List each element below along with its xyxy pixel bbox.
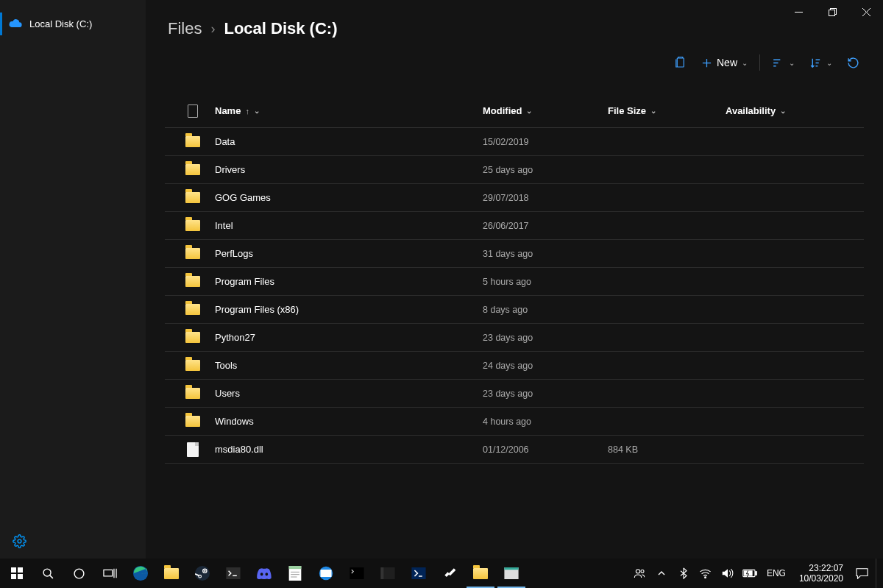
taskbar-app-code[interactable] — [372, 559, 403, 588]
document-icon — [188, 105, 198, 118]
group-button[interactable]: ⌄ — [806, 54, 835, 72]
chevron-down-icon: ⌄ — [650, 107, 656, 115]
show-desktop-button[interactable] — [876, 559, 880, 588]
table-row[interactable]: Data15/02/2019 — [165, 128, 864, 156]
row-name: Data — [215, 136, 483, 147]
breadcrumb-root[interactable]: Files — [168, 19, 202, 38]
row-name: Drivers — [215, 164, 483, 175]
taskbar-app-discord[interactable] — [249, 559, 280, 588]
tray-date: 10/03/2020 — [799, 573, 843, 584]
table-row[interactable]: GOG Games29/07/2018 — [165, 184, 864, 212]
people-icon[interactable] — [631, 559, 648, 588]
taskbar-app-notepad[interactable] — [280, 559, 311, 588]
column-availability[interactable]: Availability ⌄ — [726, 105, 858, 116]
new-button[interactable]: New ⌄ — [698, 54, 751, 71]
taskbar-app-explorer[interactable] — [156, 559, 187, 588]
taskbar: ENG 23:22:07 10/03/2020 — [0, 559, 883, 588]
tray-bluetooth-icon[interactable] — [675, 559, 692, 588]
task-view-button[interactable] — [94, 559, 125, 588]
taskbar-app-devtools[interactable] — [434, 559, 465, 588]
folder-icon — [185, 276, 200, 287]
search-button[interactable] — [32, 559, 63, 588]
table-row[interactable]: Program Files5 hours ago — [165, 268, 864, 296]
column-name[interactable]: Name ↑ ⌄ — [215, 105, 483, 116]
svg-rect-20 — [321, 570, 332, 577]
svg-point-9 — [74, 569, 84, 578]
settings-button[interactable] — [4, 526, 34, 556]
table-row[interactable]: Drivers25 days ago — [165, 156, 864, 184]
system-tray: ENG 23:22:07 10/03/2020 — [631, 559, 882, 588]
row-name: msdia80.dll — [215, 444, 483, 455]
row-modified: 5 hours ago — [483, 277, 608, 287]
start-button[interactable] — [1, 559, 32, 588]
svg-point-28 — [641, 570, 644, 573]
chevron-right-icon: › — [210, 21, 215, 37]
action-center-button[interactable] — [854, 559, 870, 588]
row-modified: 29/07/2018 — [483, 193, 608, 203]
svg-rect-26 — [504, 567, 518, 570]
row-modified: 01/12/2006 — [483, 444, 608, 455]
table-row[interactable]: Python2723 days ago — [165, 324, 864, 352]
table-row[interactable]: Users23 days ago — [165, 380, 864, 408]
table-row[interactable]: msdia80.dll01/12/2006884 KB — [165, 436, 864, 464]
svg-point-14 — [204, 570, 206, 572]
tray-clock[interactable]: 23:22:07 10/03/2020 — [795, 563, 848, 584]
close-button[interactable] — [849, 0, 883, 24]
column-type[interactable] — [171, 105, 215, 118]
app-window: Local Disk (C:) Files › Local Disk (C:) — [0, 0, 883, 559]
taskbar-app-terminal[interactable] — [218, 559, 249, 588]
content-area: Files › Local Disk (C:) New ⌄ ⌄ — [146, 0, 883, 559]
taskbar-app-powershell[interactable] — [403, 559, 434, 588]
folder-icon — [185, 332, 200, 343]
svg-rect-4 — [11, 567, 16, 573]
sidebar-footer — [0, 523, 146, 559]
folder-icon — [185, 248, 200, 259]
svg-rect-24 — [411, 567, 425, 579]
taskbar-app-cmd[interactable] — [341, 559, 372, 588]
breadcrumb-current: Local Disk (C:) — [224, 19, 337, 38]
row-name: Windows — [215, 416, 483, 427]
folder-icon — [185, 136, 200, 147]
tray-volume-icon[interactable] — [720, 559, 736, 588]
sidebar-item-local-disk[interactable]: Local Disk (C:) — [0, 13, 146, 35]
svg-point-8 — [43, 569, 51, 576]
paste-button[interactable] — [670, 53, 689, 72]
chevron-down-icon: ⌄ — [254, 107, 260, 115]
tray-battery-icon[interactable] — [742, 559, 758, 588]
taskbar-app-browser[interactable] — [311, 559, 341, 588]
taskbar-app-files[interactable] — [465, 559, 496, 588]
folder-icon — [185, 220, 200, 231]
folder-icon — [164, 568, 179, 579]
new-button-label: New — [717, 57, 737, 68]
tray-overflow-button[interactable] — [653, 559, 670, 588]
minimize-button[interactable] — [781, 0, 815, 24]
svg-rect-23 — [380, 567, 383, 579]
svg-point-12 — [195, 566, 210, 581]
folder-icon — [185, 164, 200, 175]
window-controls — [781, 0, 883, 24]
table-row[interactable]: Tools24 days ago — [165, 352, 864, 380]
cortana-button[interactable] — [63, 559, 94, 588]
row-modified: 31 days ago — [483, 249, 608, 259]
tray-wifi-icon[interactable] — [698, 559, 714, 588]
table-row[interactable]: PerfLogs31 days ago — [165, 240, 864, 268]
tray-time: 23:22:07 — [799, 563, 843, 573]
svg-rect-1 — [829, 10, 834, 15]
table-row[interactable]: Intel26/06/2017 — [165, 212, 864, 240]
row-modified: 23 days ago — [483, 389, 608, 399]
refresh-button[interactable] — [844, 54, 862, 72]
table-row[interactable]: Windows4 hours ago — [165, 408, 864, 436]
maximize-button[interactable] — [815, 0, 849, 24]
svg-rect-7 — [18, 574, 23, 579]
svg-rect-5 — [18, 567, 23, 573]
file-table: Name ↑ ⌄ Modified ⌄ File Size ⌄ Availabi… — [146, 77, 883, 464]
column-size[interactable]: File Size ⌄ — [608, 105, 726, 116]
taskbar-app-window[interactable] — [496, 559, 527, 588]
taskbar-app-edge[interactable] — [125, 559, 156, 588]
sort-button[interactable]: ⌄ — [769, 54, 798, 72]
table-row[interactable]: Program Files (x86)8 days ago — [165, 296, 864, 324]
svg-point-27 — [636, 570, 639, 573]
tray-language[interactable]: ENG — [764, 559, 789, 588]
column-modified[interactable]: Modified ⌄ — [483, 105, 608, 116]
taskbar-app-steam[interactable] — [187, 559, 218, 588]
